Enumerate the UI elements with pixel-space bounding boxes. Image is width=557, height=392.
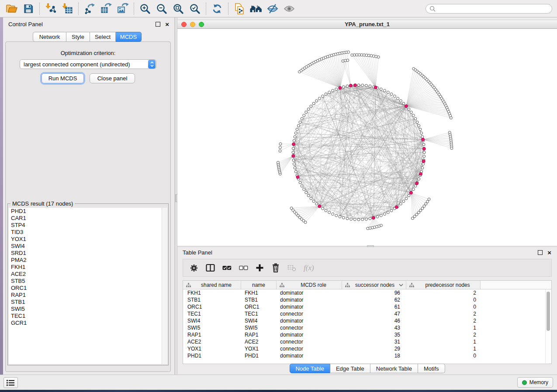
network-node[interactable]	[335, 88, 338, 90]
refresh-button[interactable]	[209, 2, 225, 16]
float-panel-icon[interactable]	[156, 22, 160, 27]
network-node[interactable]	[423, 151, 426, 154]
table-row[interactable]: FKH1FKH1dominator962	[183, 289, 551, 296]
network-node[interactable]	[390, 209, 393, 212]
network-node[interactable]	[421, 167, 424, 169]
network-node[interactable]	[365, 218, 367, 220]
import-network-button[interactable]	[43, 2, 59, 16]
close-panel-icon[interactable]: ×	[547, 250, 551, 255]
network-node[interactable]	[346, 59, 349, 62]
table-row[interactable]: YOX1YOX1connector291	[183, 345, 551, 352]
network-node[interactable]	[402, 102, 405, 105]
network-node[interactable]	[325, 209, 327, 212]
column-header-predecessor-nodes[interactable]: predecessor nodes	[406, 281, 481, 289]
table-row[interactable]: SWI5SWI5connector431	[183, 324, 551, 331]
mcds-node-item[interactable]: FKH1	[9, 264, 162, 271]
network-node[interactable]	[421, 136, 424, 138]
mcds-node-item[interactable]: RAP1	[9, 292, 162, 299]
network-node[interactable]	[310, 105, 312, 107]
network-node[interactable]	[305, 111, 308, 113]
network-node[interactable]	[312, 102, 315, 105]
network-node[interactable]	[342, 217, 345, 219]
mcds-node-item[interactable]: STB5	[9, 278, 162, 285]
network-node[interactable]	[383, 213, 386, 215]
network-node[interactable]	[290, 207, 293, 210]
network-hub-node[interactable]	[349, 84, 352, 87]
table-row[interactable]: RAP1RAP1dominator352	[183, 331, 551, 338]
network-node[interactable]	[299, 121, 301, 124]
open-file-button[interactable]	[4, 2, 20, 16]
network-node[interactable]	[450, 117, 452, 119]
close-panel-icon[interactable]: ×	[165, 22, 169, 27]
network-node[interactable]	[301, 117, 303, 120]
tab-select[interactable]: Select	[90, 32, 116, 42]
network-hub-node[interactable]	[372, 217, 375, 220]
network-hub-node[interactable]	[296, 175, 299, 179]
network-node[interactable]	[322, 95, 324, 97]
task-history-button[interactable]	[3, 377, 18, 388]
network-node[interactable]	[377, 56, 380, 58]
network-node[interactable]	[303, 114, 305, 117]
network-node[interactable]	[303, 188, 305, 191]
network-node[interactable]	[387, 91, 389, 93]
network-node[interactable]	[357, 218, 360, 221]
mcds-node-item[interactable]: STP4	[9, 222, 162, 229]
deselect-all-rows-button[interactable]	[239, 264, 248, 272]
network-node[interactable]	[312, 200, 315, 203]
zoom-selected-button[interactable]	[187, 2, 203, 16]
network-node[interactable]	[383, 89, 386, 92]
zoom-out-button[interactable]	[154, 2, 170, 16]
select-all-rows-button[interactable]	[222, 264, 232, 272]
scrollbar-thumb[interactable]	[547, 292, 550, 331]
table-row[interactable]: STB1STB1dominator620	[183, 296, 551, 303]
network-window-titlebar[interactable]: YPA_prune.txt_1	[177, 20, 557, 29]
network-node[interactable]	[376, 216, 379, 218]
table-settings-button[interactable]	[190, 264, 198, 272]
network-node[interactable]	[369, 217, 371, 220]
search-input[interactable]	[438, 5, 548, 12]
import-table-button[interactable]	[59, 2, 75, 16]
network-node[interactable]	[279, 150, 281, 152]
network-node[interactable]	[393, 95, 396, 97]
table-row[interactable]: ACE2ACE2connector311	[183, 338, 551, 345]
network-node[interactable]	[293, 163, 295, 165]
network-node[interactable]	[418, 178, 420, 180]
network-node[interactable]	[408, 108, 410, 110]
mcds-node-item[interactable]: TID3	[9, 229, 162, 236]
network-node[interactable]	[397, 97, 399, 100]
mcds-node-item[interactable]: PHD1	[9, 208, 162, 215]
network-node[interactable]	[423, 155, 426, 158]
clone-network-button[interactable]	[232, 2, 247, 16]
search-field[interactable]	[426, 4, 552, 14]
network-node[interactable]	[420, 132, 423, 134]
table-row[interactable]: ORC1ORC1dominator610	[183, 303, 551, 310]
network-node[interactable]	[426, 200, 429, 203]
mcds-result-list[interactable]: PHD1CAR1STP4TID3YOX1SWI4SRD1PMA2FKH1ACE2…	[9, 208, 162, 364]
network-node[interactable]	[361, 84, 364, 86]
network-node[interactable]	[342, 86, 345, 88]
network-node[interactable]	[361, 218, 364, 221]
network-node[interactable]	[328, 211, 331, 214]
tab-mcds[interactable]: MCDS	[116, 32, 142, 42]
mcds-node-item[interactable]: YOX1	[9, 236, 162, 243]
network-node[interactable]	[428, 198, 430, 200]
hide-selected-button[interactable]	[265, 2, 280, 16]
save-session-button[interactable]	[21, 2, 36, 16]
network-node[interactable]	[370, 55, 373, 57]
network-node[interactable]	[297, 124, 300, 127]
network-node[interactable]	[399, 203, 402, 205]
network-node[interactable]	[294, 167, 296, 169]
column-header-shared-name[interactable]: shared name	[183, 281, 241, 289]
network-node[interactable]	[332, 89, 334, 92]
network-node[interactable]	[353, 218, 356, 221]
network-node[interactable]	[411, 217, 414, 220]
network-hub-node[interactable]	[422, 138, 425, 141]
network-node[interactable]	[425, 203, 427, 205]
column-header-name[interactable]: name	[241, 281, 277, 289]
network-node[interactable]	[332, 213, 334, 215]
mcds-node-item[interactable]: STB1	[9, 299, 162, 306]
tab-network[interactable]: Network	[33, 32, 66, 42]
tab-edge-table[interactable]: Edge Table	[330, 364, 370, 373]
create-column-button[interactable]	[256, 264, 264, 272]
mcds-node-item[interactable]: PMA2	[9, 257, 162, 264]
